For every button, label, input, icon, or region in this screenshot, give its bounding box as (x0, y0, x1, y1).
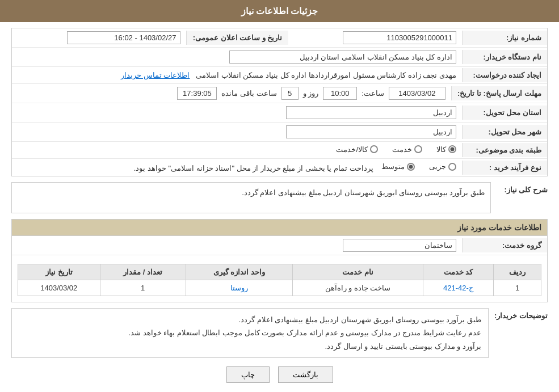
category-khedmat-item: خدمت (392, 145, 422, 154)
process-desc: پرداخت تمام یا بخشی از مبلغ خریدار از مح… (134, 164, 373, 172)
need-number-label: شماره نیاز: (462, 31, 547, 45)
category-kala-radio[interactable] (448, 145, 456, 153)
buyer-org-label: نام دستگاه خریدار: (462, 50, 547, 64)
group-row: گروه خدمت: ساختمان (12, 236, 547, 255)
requester-text: مهدی نجف زاده کارشناس مسئول امورقرارداده… (196, 71, 456, 79)
table-header-row: ردیف کد خدمت نام خدمت واحد اندازه گیری ت… (18, 264, 541, 280)
category-row: طبقه بندی موضوعی: کالا خدمت (12, 142, 547, 159)
page-wrapper: جزئیات اطلاعات نیاز شماره نیاز: 11030052… (0, 0, 559, 392)
services-header: اطلاعات خدمات مورد نیاز (12, 220, 547, 236)
province-input: اردبیل (286, 106, 456, 119)
need-number-input: 1103005291000011 (343, 31, 456, 44)
deadline-time-label: ساعت: (362, 89, 384, 98)
need-info-section: شماره نیاز: 1103005291000011 تاریخ و ساع… (11, 28, 548, 176)
cell-quantity: 1 (100, 280, 186, 296)
province-value: اردبیل (12, 103, 462, 122)
buyer-org-input: اداره کل بنیاد مسکن انقلاب اسلامی استان … (229, 50, 456, 64)
services-section: اطلاعات خدمات مورد نیاز گروه خدمت: ساختم… (11, 219, 548, 302)
buyer-notes-label: توضیحات خریدار: (494, 308, 548, 320)
table-row: 1 ج-42-421 ساخت جاده و راه‌آهن روستا 1 1… (18, 280, 541, 296)
process-jozi-item: جزیی (429, 162, 456, 171)
buyer-note-line-2: عدم رعایت شرایط مندرج در مدارک بیوستی و … (19, 326, 481, 339)
city-row: شهر محل تحویل: اردبیل (12, 123, 547, 142)
category-kala-khedmat-radio[interactable] (370, 145, 378, 153)
print-button[interactable]: چاپ (226, 366, 270, 383)
category-kala-khedmat-label: کالا/خدمت (336, 145, 368, 154)
requester-row: ایجاد کننده درخواست: مهدی نجف زاده کارشن… (12, 67, 547, 84)
requester-label: ایجاد کننده درخواست: (462, 68, 547, 82)
col-header-code: کد خدمت (423, 264, 493, 280)
cell-row-num: 1 (494, 280, 541, 296)
province-row: استان محل تحویل: اردبیل (12, 103, 547, 123)
col-header-date: تاریخ نیاز (18, 264, 100, 280)
services-table: ردیف کد خدمت نام خدمت واحد اندازه گیری ت… (18, 264, 541, 296)
buyer-note-line-3: برآورد و مدارک بیوستی بایستی تایید و ارس… (19, 340, 481, 353)
category-kala-item: کالا (436, 145, 456, 154)
button-row: بازگشت چاپ (11, 366, 548, 383)
need-desc-box: طبق برآورد بیوستی روستای ابوریق شهرستان … (11, 182, 491, 213)
group-label: گروه خدمت: (462, 238, 547, 252)
deadline-day-label: روز و (303, 89, 319, 98)
need-desc-section: شرح کلی نیاز: طبق برآورد بیوستی روستای ا… (11, 182, 548, 213)
buyer-notes-box: طبق برآورد بیوستی روستای ابوریق شهرستان … (11, 308, 489, 358)
process-motavasset-item: متوسط (381, 162, 415, 171)
buyer-note-line-1: طبق برآورد بیوستی روستای ابوریق شهرستان … (19, 313, 481, 326)
back-button[interactable]: بازگشت (278, 366, 333, 383)
services-table-wrapper: ردیف کد خدمت نام خدمت واحد اندازه گیری ت… (12, 255, 547, 302)
need-desc-value: طبق برآورد بیوستی روستای ابوریق شهرستان … (11, 182, 491, 213)
deadline-value: 1403/03/02 ساعت: 10:00 روز و 5 ساعت باقی… (12, 84, 451, 103)
announce-datetime-value: 1403/02/27 - 16:02 (12, 28, 186, 47)
cell-unit: روستا (186, 280, 293, 296)
city-value: اردبیل (12, 123, 462, 141)
category-kala-label: کالا (436, 145, 446, 154)
group-input: ساختمان (343, 239, 456, 252)
need-number-row: شماره نیاز: 1103005291000011 تاریخ و ساع… (12, 28, 547, 48)
process-jozi-radio[interactable] (448, 163, 456, 171)
deadline-row: مهلت ارسال پاسخ: تا تاریخ: 1403/03/02 سا… (12, 84, 547, 103)
deadline-day: 5 (281, 87, 299, 100)
announce-datetime-label: تاریخ و ساعت اعلان عمومی: (186, 31, 288, 45)
province-label: استان محل تحویل: (462, 106, 547, 120)
need-number-value: 1103005291000011 (288, 28, 463, 47)
deadline-label: مهلت ارسال پاسخ: تا تاریخ: (451, 86, 547, 100)
col-header-name: نام خدمت (293, 264, 423, 280)
deadline-date: 1403/03/02 (389, 87, 445, 100)
process-motavasset-label: متوسط (381, 162, 405, 171)
buyer-org-value: اداره کل بنیاد مسکن انقلاب اسلامی استان … (12, 48, 462, 66)
city-label: شهر محل تحویل: (462, 125, 547, 139)
process-motavasset-radio[interactable] (407, 163, 415, 171)
page-title: جزئیات اطلاعات نیاز (0, 0, 559, 22)
deadline-time: 10:00 (323, 87, 357, 100)
main-content: شماره نیاز: 1103005291000011 تاریخ و ساع… (0, 22, 559, 392)
category-khedmat-radio[interactable] (414, 145, 422, 153)
need-desc-label: شرح کلی نیاز: (497, 182, 548, 194)
requester-contact-link[interactable]: اطلاعات تماس خریدار (121, 71, 190, 79)
category-label: طبقه بندی موضوعی: (462, 143, 547, 157)
col-header-unit: واحد اندازه گیری (186, 264, 293, 280)
deadline-remaining: 17:39:05 (177, 87, 217, 100)
buyer-org-row: نام دستگاه خریدار: اداره کل بنیاد مسکن ا… (12, 48, 547, 67)
col-header-quantity: تعداد / مقدار (100, 264, 186, 280)
process-value: جزیی متوسط پرداخت تمام یا بخشی از مبلغ خ… (12, 159, 462, 175)
buyer-notes-section: توضیحات خریدار: طبق برآورد بیوستی روستای… (11, 308, 548, 358)
city-input: اردبیل (286, 125, 456, 138)
category-kala-khedmat-item: کالا/خدمت (336, 145, 378, 154)
process-jozi-label: جزیی (429, 162, 446, 171)
process-label: نوع فرآیند خرید : (462, 161, 547, 175)
cell-code: ج-42-421 (423, 280, 493, 296)
announce-datetime-input: 1403/02/27 - 16:02 (67, 31, 180, 44)
cell-name: ساخت جاده و راه‌آهن (293, 280, 423, 296)
col-header-row-num: ردیف (494, 264, 541, 280)
requester-value: مهدی نجف زاده کارشناس مسئول امورقرارداده… (12, 68, 462, 82)
category-value: کالا خدمت کالا/خدمت (12, 142, 462, 158)
process-row: نوع فرآیند خرید : جزیی متوسط پرداخت (12, 159, 547, 176)
cell-date: 1403/03/02 (18, 280, 100, 296)
category-khedmat-label: خدمت (392, 145, 412, 154)
deadline-remaining-label: ساعت باقی مانده (221, 89, 276, 98)
buyer-notes-content: طبق برآورد بیوستی روستای ابوریق شهرستان … (11, 308, 489, 358)
group-value: ساختمان (12, 236, 462, 255)
